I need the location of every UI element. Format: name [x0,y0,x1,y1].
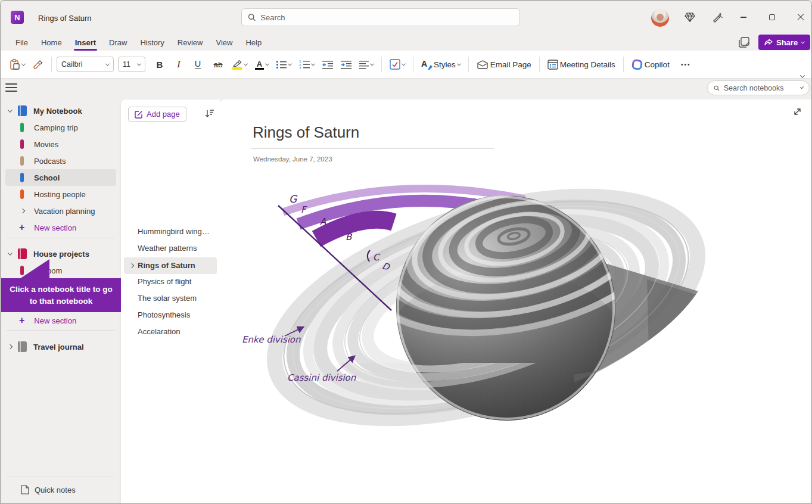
underline-button[interactable]: U [189,55,207,74]
notebook-icon [18,248,27,259]
font-name-value: Cailbri [61,60,82,69]
tab-view[interactable]: View [209,35,239,50]
section-movies[interactable]: Movies [1,136,121,153]
page-item[interactable]: Accelaration [138,323,215,340]
chevron-down-icon[interactable] [8,107,13,112]
increase-indent-button[interactable] [338,55,354,74]
tab-review[interactable]: Review [171,35,210,50]
account-avatar[interactable] [651,9,669,27]
font-color-button[interactable]: A [252,55,272,74]
share-button[interactable]: Share [758,35,810,50]
new-section-button[interactable]: + New section [1,312,121,329]
bold-button[interactable]: B [151,55,169,74]
page-title[interactable]: Rings of Saturn [253,123,359,142]
section-label: Podcasts [34,157,66,166]
quick-notes-button[interactable]: Quick notes [1,481,121,498]
maximize-button[interactable] [762,7,782,28]
strikethrough-button[interactable]: ab [209,55,228,74]
plus-icon: + [19,223,24,232]
search-input[interactable] [260,13,514,22]
collapse-ribbon-chevron[interactable] [801,70,804,80]
section-podcasts[interactable]: Podcasts [1,153,121,169]
notebook-travel-journal[interactable]: Travel journal [1,338,121,355]
add-page-button[interactable]: Add page [128,107,186,122]
onenote-window: N Rings of Saturn File Home Insert Draw … [0,0,812,504]
chevron-right-icon[interactable] [8,344,13,349]
meeting-details-button[interactable]: Meeting Details [545,55,618,74]
ring-label-b: B [346,232,353,242]
divider [7,238,115,238]
email-page-button[interactable]: Email Page [474,55,534,74]
section-hosting-people[interactable]: Hosting people [1,186,121,203]
numbered-list-button[interactable]: 123 [296,55,318,74]
page-item-selected[interactable]: Rings of Saturn [138,257,215,273]
page-date: Wednesday, June 7, 2023 [253,155,332,163]
new-section-button[interactable]: + New section [1,219,121,236]
tooltip-text: Click a notebook title to go to that not… [6,284,116,307]
font-name-select[interactable]: Cailbri [57,57,114,72]
close-button[interactable] [791,7,811,28]
sort-pages-icon[interactable] [204,108,215,121]
font-size-select[interactable]: 11 [118,57,145,72]
section-school[interactable]: School [1,169,121,186]
section-label: Hosting people [34,190,86,199]
search-notebooks-box[interactable] [707,80,810,95]
section-label: School [34,173,60,182]
tab-help[interactable]: Help [239,35,268,50]
bullet-list-button[interactable] [273,55,294,74]
section-label: Movies [34,140,58,149]
ribbon-toolbar: Cailbri 11 B I U ab A [1,51,812,79]
notebook-name: My Notebook [33,107,82,116]
add-page-label: Add page [147,110,180,119]
notebook-my-notebook[interactable]: My Notebook [1,102,121,119]
chevron-down-icon [800,85,804,89]
chevron-right-icon[interactable] [20,209,25,213]
page-item[interactable]: Photosynthesis [138,307,215,323]
styles-label: Styles [434,60,456,69]
section-tab-icon [20,189,24,199]
feed-icon[interactable] [738,36,750,51]
paste-button[interactable] [7,55,28,74]
styles-button[interactable]: A Styles [418,55,463,74]
more-commands-button[interactable]: ••• [678,55,694,74]
tab-insert[interactable]: Insert [69,35,102,50]
page-item[interactable]: Physics of flight [138,273,215,290]
plus-icon: + [19,316,24,325]
search-icon [248,13,256,21]
saturn-illustration: G F A B C D Enke division Cassini divisi… [227,173,727,435]
section-label: Camping trip [34,123,78,132]
ring-label-a: A [320,216,326,227]
todo-tag-button[interactable] [387,55,408,74]
tab-file[interactable]: File [9,35,35,50]
enke-division-label: Enke division [242,334,301,345]
section-camping-trip[interactable]: Camping trip [1,119,121,136]
expand-page-icon[interactable] [792,107,802,119]
copilot-button[interactable]: Copilot [629,55,673,74]
minimize-button[interactable] [733,7,754,28]
section-partially-hidden[interactable]: oom [1,262,121,279]
tab-home[interactable]: Home [35,35,69,50]
chevron-down-icon [801,39,805,43]
chevron-down-icon[interactable] [8,250,13,255]
page-item[interactable]: Hummingbird wing… [138,223,215,239]
whats-new-wand-icon[interactable] [707,7,727,28]
format-painter-button[interactable] [30,55,46,74]
alignment-button[interactable] [356,55,377,74]
tab-draw[interactable]: Draw [102,35,133,50]
search-notebooks-input[interactable] [724,84,797,92]
page-item[interactable]: Weather patterns [138,240,215,256]
nav-hamburger-icon[interactable] [5,83,17,92]
italic-button[interactable]: I [170,55,187,74]
svg-text:3: 3 [299,66,301,69]
search-icon [714,85,720,92]
highlighter-button[interactable] [229,55,250,74]
decrease-indent-button[interactable] [319,55,336,74]
email-page-label: Email Page [490,60,531,69]
notebook-house-projects[interactable]: House projects [1,245,121,262]
page-item[interactable]: The solar system [138,290,215,306]
tab-history[interactable]: History [133,35,170,50]
premium-gem-icon[interactable] [680,7,700,28]
global-search-box[interactable] [241,8,520,26]
section-group-vacation-planning[interactable]: Vacation planning [1,203,121,219]
new-section-label: New section [34,223,76,232]
